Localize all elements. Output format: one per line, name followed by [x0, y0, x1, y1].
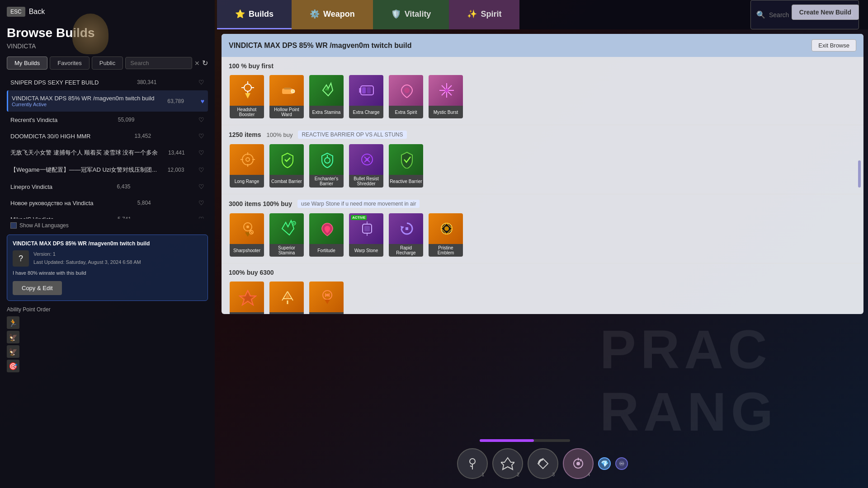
ability-slot-2[interactable]: 2: [492, 448, 523, 479]
ability-special-infinity[interactable]: ♾: [615, 457, 628, 470]
favorite-button[interactable]: ♡: [198, 166, 204, 174]
languages-label: Show All Languages: [19, 222, 69, 229]
back-button[interactable]: Back: [29, 8, 45, 16]
item-lucky-shot[interactable]: Lucky Shot: [229, 281, 265, 314]
exit-browse-button[interactable]: Exit Browse: [811, 39, 856, 52]
item-extra-stamina[interactable]: Extra Stamina: [308, 74, 344, 119]
ability-num-1: 1: [481, 472, 484, 477]
item-reactive-barrier[interactable]: Reactive Barrier: [388, 143, 424, 188]
copy-edit-button[interactable]: Copy & Edit: [13, 281, 62, 295]
tab-vitality[interactable]: 🛡️ Vitality: [373, 0, 449, 29]
section-2-note: REACTIVE BARRIER OP VS ALL STUNS: [298, 131, 406, 139]
section-3-header: 3000 items 100% buy use Warp Stone if u …: [229, 200, 856, 208]
item-superior-stamina[interactable]: Superior Stamina: [269, 212, 305, 258]
section-4-header: 100% buy 6300: [229, 269, 856, 276]
build-list-item[interactable]: Linepro Vindicta 6,435 ♡: [7, 178, 208, 195]
build-detail-card: VINDICTA MAX DPS 85% WR /magven0m twitch…: [7, 235, 208, 301]
ability-icon-2: 🦅: [7, 331, 19, 343]
item-icon: [269, 144, 305, 175]
ability-slot-4[interactable]: 4: [563, 448, 594, 479]
favorite-button[interactable]: ♡: [198, 79, 204, 86]
svg-rect-7: [284, 88, 291, 89]
build-list-item[interactable]: Recrent's Vindicta 55,099 ♡: [7, 112, 208, 128]
ability-icons-list: 🏃 🦅 🦅 🎯: [7, 316, 208, 372]
section-4-label: 100% buy 6300: [229, 269, 274, 276]
build-list-item[interactable]: MikaelS Vindicta 5,741 ♡: [7, 211, 208, 219]
svg-point-20: [246, 158, 250, 161]
tab-builds[interactable]: ⭐ Builds: [217, 0, 292, 29]
item-icon: [389, 213, 424, 244]
item-long-range[interactable]: Long Range: [229, 143, 265, 188]
item-bullet-resist-shredder[interactable]: Bullet Resist Shredder: [348, 143, 384, 188]
ability-slot-3[interactable]: 3: [528, 448, 558, 479]
item-mystic-burst[interactable]: Mystic Burst: [428, 74, 464, 119]
item-name: Pristine Emblem: [429, 244, 463, 257]
build-search-box[interactable]: [125, 57, 192, 69]
item-enchanters-barrier[interactable]: Enchanter's Barrier: [308, 143, 344, 188]
build-item-name: 无敌飞天小女警 逮捕每个人 顺着买 凌雪球 没有一个多余: [10, 149, 158, 157]
languages-checkbox[interactable]: [10, 222, 17, 229]
sidebar: ESC Back Browse Builds VINDICTA My Build…: [0, 0, 215, 488]
item-icon: [269, 75, 305, 106]
item-crippling-headshot[interactable]: Crippling Headshot: [308, 281, 344, 314]
item-combat-barrier[interactable]: Combat Barrier: [269, 143, 305, 188]
item-headshot-booster[interactable]: Headshot Booster: [229, 74, 265, 119]
item-rapid-recharge[interactable]: Rapid Recharge: [388, 212, 424, 258]
build-search-input[interactable]: [130, 60, 187, 66]
tab-my-builds[interactable]: My Builds: [7, 56, 47, 70]
item-name: Extra Charge: [349, 106, 383, 118]
scrollbar[interactable]: [858, 160, 861, 188]
item-name: Mystic Burst: [429, 106, 463, 118]
item-extra-spirit[interactable]: Extra Spirit: [388, 74, 424, 119]
item-warp-stone[interactable]: ACTIVE Warp Stone: [348, 212, 384, 258]
tab-weapon[interactable]: ⚙️ Weapon: [292, 0, 373, 29]
build-list-item[interactable]: 无敌飞天小女警 逮捕每个人 顺着买 凌雪球 没有一个多余 13,441 ♡: [7, 144, 208, 161]
build-list-item[interactable]: 【Wegame一键配置】——冠军AD Uzi女警对线压制团... 12,003 …: [7, 161, 208, 178]
search-clear-button[interactable]: ✕: [194, 60, 200, 67]
favorite-button[interactable]: ♥: [201, 98, 204, 105]
favorite-button[interactable]: ♡: [198, 183, 204, 190]
item-name: Extra Spirit: [389, 106, 423, 118]
favorite-button[interactable]: ♡: [198, 132, 204, 140]
favorite-button[interactable]: ♡: [198, 116, 204, 123]
item-extra-charge[interactable]: Extra Charge: [348, 74, 384, 119]
build-detail-title: VINDICTA MAX DPS 85% WR /magven0m twitch…: [13, 240, 202, 247]
svg-marker-5: [245, 93, 250, 99]
tab-spirit[interactable]: ✨ Spirit: [449, 0, 519, 29]
build-list-item-active[interactable]: VINDICTA MAX DPS 85% WR /magven0m twitch…: [7, 90, 208, 112]
build-item-count: 13,441: [168, 150, 185, 156]
item-name: Long Range: [230, 175, 264, 188]
item-sharpshooter[interactable]: Sharpshooter: [229, 212, 265, 258]
build-list-item[interactable]: DOOMDICTA 30/0 HIGH MMR 13,452 ♡: [7, 128, 208, 144]
build-list: SNIPER DPS SEXY FEET BUILD 380,341 ♡ VIN…: [7, 74, 208, 219]
ability-slot-1[interactable]: 1: [457, 448, 488, 479]
item-name: Reactive Barrier: [389, 175, 423, 188]
svg-rect-37: [364, 226, 370, 231]
show-languages-row: Show All Languages: [7, 219, 208, 232]
browse-build-title: VINDICTA MAX DPS 85% WR /magven0m twitch…: [229, 42, 412, 50]
section-2-items: Long Range Combat Barrier Enchanter's Ba…: [229, 143, 856, 188]
item-pristine-emblem[interactable]: Pristine Emblem: [428, 212, 464, 258]
active-badge: ACTIVE: [351, 215, 367, 220]
favorite-button[interactable]: ♡: [198, 149, 204, 156]
build-detail-info: ? Version: 1 Last Updated: Saturday, Aug…: [13, 250, 202, 267]
ability-icon-1: 🏃: [7, 316, 19, 329]
build-list-item[interactable]: Новое руководство на Vindicta 5,804 ♡: [7, 195, 208, 211]
refresh-button[interactable]: ↻: [202, 59, 208, 67]
item-fortitude[interactable]: Fortitude: [308, 212, 344, 258]
esc-button[interactable]: ESC: [7, 7, 25, 17]
ability-order-section: Ability Point Order 🏃 🦅 🦅 🎯: [7, 306, 208, 372]
ability-special-gem[interactable]: 💎: [598, 457, 611, 470]
item-name: Superior Stamina: [269, 244, 304, 257]
item-hollow-point-ward[interactable]: Hollow Point Ward: [269, 74, 305, 119]
section-1-header: 100 % buy first: [229, 62, 856, 70]
tab-favorites[interactable]: Favorites: [50, 56, 89, 70]
favorite-button[interactable]: ♡: [198, 199, 204, 206]
tab-public[interactable]: Public: [92, 56, 123, 70]
vitality-tab-label: Vitality: [405, 9, 431, 19]
item-glass-cannon[interactable]: Glass Cannon: [269, 281, 305, 314]
browse-panel: VINDICTA MAX DPS 85% WR /magven0m twitch…: [222, 34, 863, 314]
create-new-build-button[interactable]: Create New Build: [792, 5, 859, 20]
build-list-item[interactable]: SNIPER DPS SEXY FEET BUILD 380,341 ♡: [7, 74, 208, 90]
favorite-button[interactable]: ♡: [198, 216, 204, 219]
